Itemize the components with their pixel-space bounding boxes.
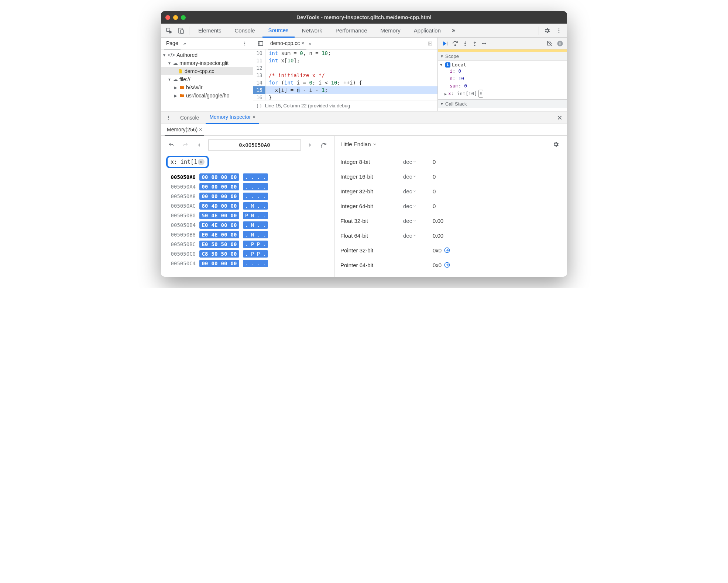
interp-format-select[interactable]: dec: [403, 159, 425, 165]
interp-format-select[interactable]: dec: [403, 203, 425, 209]
ascii-byte[interactable]: .: [244, 251, 249, 257]
scope-section-header[interactable]: ▼Scope: [438, 52, 567, 61]
tree-node-file[interactable]: demo-cpp.cc: [161, 67, 253, 75]
hex-byte[interactable]: 4E: [210, 232, 219, 238]
hex-byte[interactable]: 00: [220, 184, 228, 190]
chip-close-icon[interactable]: ×: [198, 159, 205, 165]
tab-network[interactable]: Network: [296, 24, 328, 38]
more-tabs-icon[interactable]: [448, 25, 459, 36]
resume-icon[interactable]: [442, 40, 448, 47]
ascii-byte[interactable]: .: [244, 174, 249, 180]
line-number[interactable]: 13: [256, 72, 262, 79]
step-icon[interactable]: [481, 41, 488, 46]
ascii-byte[interactable]: P: [250, 241, 255, 247]
settings-icon[interactable]: [551, 139, 561, 149]
ascii-byte[interactable]: .: [244, 203, 249, 209]
ascii-byte[interactable]: .: [244, 232, 249, 238]
highlighted-variable-chip[interactable]: x: int[1 ×: [166, 156, 209, 168]
prev-page-icon[interactable]: [194, 140, 205, 150]
toggle-navigator-icon[interactable]: [255, 38, 266, 49]
ascii-byte[interactable]: .: [262, 193, 267, 199]
endianness-select[interactable]: Little Endian: [340, 141, 377, 147]
hex-byte[interactable]: 50: [201, 213, 209, 218]
more-tabs-icon[interactable]: »: [183, 41, 186, 46]
ascii-byte[interactable]: .: [262, 174, 267, 180]
hex-byte[interactable]: 4D: [210, 203, 219, 209]
line-number[interactable]: 14: [256, 79, 262, 86]
interp-format-select[interactable]: dec: [403, 173, 425, 180]
settings-icon[interactable]: [542, 25, 552, 36]
hex-byte[interactable]: 00: [201, 193, 209, 199]
hex-byte[interactable]: 00: [210, 193, 219, 199]
tree-node-authored[interactable]: ▼ </> Authored: [161, 51, 253, 59]
hex-byte[interactable]: 50: [210, 241, 219, 247]
hex-byte[interactable]: 00: [210, 261, 219, 266]
kebab-menu-icon[interactable]: [163, 113, 174, 123]
hex-row[interactable]: 005050B4E04E0000.N..: [166, 221, 329, 229]
ascii-byte[interactable]: M: [250, 203, 255, 209]
line-number[interactable]: 10: [256, 49, 262, 57]
close-icon[interactable]: ×: [301, 40, 304, 46]
ascii-byte[interactable]: .: [244, 184, 249, 190]
hex-byte[interactable]: 00: [230, 174, 238, 180]
step-out-icon[interactable]: [472, 41, 478, 46]
hex-byte[interactable]: 50: [220, 251, 228, 257]
ascii-byte[interactable]: P: [256, 251, 261, 257]
interp-format-select[interactable]: dec: [403, 188, 425, 194]
drawer-tab-console[interactable]: Console: [176, 111, 203, 124]
ascii-byte[interactable]: .: [262, 251, 267, 257]
hex-byte[interactable]: 00: [230, 241, 238, 247]
scope-var[interactable]: ▶x: int[10]⠿: [440, 90, 565, 98]
ascii-byte[interactable]: .: [262, 261, 267, 266]
hex-row[interactable]: 005050A400000000....: [166, 183, 329, 190]
hex-row[interactable]: 005050C0C8505000.PP.: [166, 250, 329, 258]
tab-application[interactable]: Application: [408, 24, 447, 38]
kebab-menu-icon[interactable]: [240, 38, 250, 49]
hex-row[interactable]: 005050A000000000....: [166, 173, 329, 181]
ascii-byte[interactable]: .: [256, 261, 261, 266]
ascii-byte[interactable]: .: [262, 213, 267, 218]
jump-to-address-icon[interactable]: [444, 262, 450, 268]
ascii-byte[interactable]: .: [250, 184, 255, 190]
step-over-icon[interactable]: [452, 40, 459, 47]
close-icon[interactable]: ×: [252, 114, 255, 120]
ascii-byte[interactable]: P: [244, 213, 249, 218]
window-close-icon[interactable]: [165, 15, 170, 20]
undo-icon[interactable]: [166, 140, 176, 150]
more-tabs-icon[interactable]: »: [309, 41, 311, 46]
ascii-byte[interactable]: .: [244, 193, 249, 199]
ascii-byte[interactable]: .: [256, 174, 261, 180]
ascii-byte[interactable]: .: [262, 203, 267, 209]
page-tab[interactable]: Page: [164, 38, 181, 49]
hex-byte[interactable]: E0: [201, 241, 209, 247]
hex-row[interactable]: 005050B0504E0000PN..: [166, 212, 329, 219]
hex-byte[interactable]: 00: [210, 184, 219, 190]
callstack-section-header[interactable]: ▼Call Stack: [438, 99, 567, 108]
ascii-byte[interactable]: .: [256, 232, 261, 238]
hex-byte[interactable]: 00: [230, 203, 238, 209]
ascii-byte[interactable]: .: [262, 222, 267, 228]
deactivate-breakpoints-icon[interactable]: [546, 40, 553, 47]
hex-byte[interactable]: 00: [201, 184, 209, 190]
editor-tab[interactable]: demo-cpp.cc ×: [268, 38, 306, 49]
line-number[interactable]: 16: [256, 94, 262, 100]
line-number[interactable]: 11: [256, 57, 262, 64]
window-minimize-icon[interactable]: [173, 15, 178, 20]
hex-byte[interactable]: 00: [230, 222, 238, 228]
memory-icon[interactable]: ⠿: [478, 90, 483, 98]
hex-row[interactable]: 005050A800000000....: [166, 193, 329, 200]
line-number[interactable]: 12: [256, 64, 262, 72]
hex-byte[interactable]: 80: [201, 203, 209, 209]
close-drawer-icon[interactable]: [554, 113, 565, 123]
ascii-byte[interactable]: .: [256, 184, 261, 190]
tab-elements[interactable]: Elements: [192, 24, 227, 38]
device-toolbar-icon[interactable]: [176, 25, 186, 36]
hex-byte[interactable]: 00: [210, 174, 219, 180]
scope-var[interactable]: n: 10: [440, 75, 565, 82]
ascii-byte[interactable]: .: [262, 184, 267, 190]
address-input[interactable]: [208, 139, 301, 151]
jump-to-address-icon[interactable]: [444, 247, 450, 253]
window-zoom-icon[interactable]: [181, 15, 186, 20]
run-snippet-icon[interactable]: [425, 38, 435, 49]
tree-node-domain[interactable]: ▼ ☁ memory-inspector.glit: [161, 59, 253, 67]
